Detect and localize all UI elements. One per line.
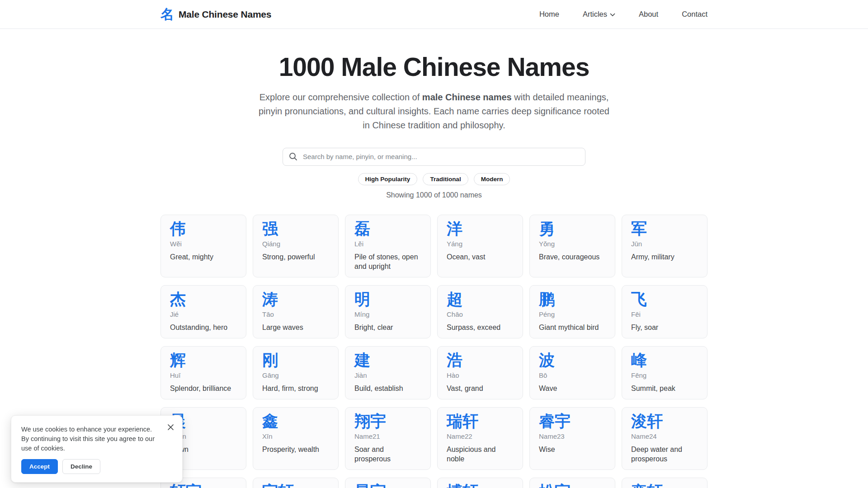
name-card[interactable]: 辉HuīSplendor, brilliance <box>160 346 246 399</box>
name-card[interactable]: 松宇 <box>529 478 615 488</box>
name-character: 明 <box>354 290 421 308</box>
name-card[interactable]: 强QiángStrong, powerful <box>253 215 339 277</box>
chevron-down-icon <box>610 13 615 17</box>
name-meaning: Great, mighty <box>170 252 237 262</box>
name-character: 磊 <box>354 220 421 238</box>
name-card[interactable]: 瑞轩Name22Auspicious and noble <box>437 407 523 470</box>
name-card[interactable]: 明MíngBright, clear <box>345 285 431 338</box>
name-pinyin: Xīn <box>262 432 329 441</box>
name-character: 睿宇 <box>539 412 606 430</box>
name-card[interactable]: 杰JiéOutstanding, hero <box>160 285 246 338</box>
name-meaning: Army, military <box>631 252 698 262</box>
name-character: 鹏 <box>539 290 606 308</box>
page-description: Explore our comprehensive collection of … <box>255 90 613 132</box>
name-meaning: Soar and prosperous <box>354 445 421 464</box>
filter-modern[interactable]: Modern <box>474 173 510 185</box>
name-card[interactable]: 鑫XīnProsperity, wealth <box>253 407 339 470</box>
filter-buttons: High PopularityTraditionalModern <box>0 173 868 185</box>
main-nav: HomeArticlesAboutContact <box>539 10 708 19</box>
search-input[interactable] <box>283 148 585 166</box>
name-card[interactable]: 磊LěiPile of stones, open and upright <box>345 215 431 277</box>
name-card[interactable]: 宇轩 <box>253 478 339 488</box>
name-card[interactable]: 博轩 <box>437 478 523 488</box>
name-character: 峰 <box>631 351 698 369</box>
name-character: 超 <box>447 290 514 308</box>
name-character: 浚轩 <box>631 412 698 430</box>
filter-high-popularity[interactable]: High Popularity <box>358 173 418 185</box>
name-character: 杰 <box>170 290 237 308</box>
name-card[interactable]: 刚GāngHard, firm, strong <box>253 346 339 399</box>
site-logo[interactable]: 名 Male Chinese Names <box>160 8 271 21</box>
name-meaning: Giant mythical bird <box>539 323 606 332</box>
name-character: 鑫 <box>262 412 329 430</box>
site-title: Male Chinese Names <box>179 9 271 20</box>
name-card[interactable]: 翔宇Name21Soar and prosperous <box>345 407 431 470</box>
name-pinyin: Yǒng <box>539 239 606 248</box>
name-character: 军 <box>631 220 698 238</box>
name-character: 伟 <box>170 220 237 238</box>
name-pinyin: Wěi <box>170 239 237 248</box>
name-card[interactable]: 涛TāoLarge waves <box>253 285 339 338</box>
name-card[interactable]: 睿宇Name23Wise <box>529 407 615 470</box>
nav-item-label: Contact <box>682 10 708 19</box>
nav-item-home[interactable]: Home <box>539 10 559 19</box>
name-card[interactable]: 勇YǒngBrave, courageous <box>529 215 615 277</box>
search-box <box>283 148 585 166</box>
filter-traditional[interactable]: Traditional <box>423 173 468 185</box>
cookie-message: We use cookies to enhance your experienc… <box>21 425 159 453</box>
name-card[interactable]: 波BōWave <box>529 346 615 399</box>
name-card[interactable]: 浩HàoVast, grand <box>437 346 523 399</box>
name-meaning: Wave <box>539 384 606 393</box>
nav-item-label: Home <box>539 10 559 19</box>
close-icon[interactable] <box>166 423 175 432</box>
name-meaning: Surpass, exceed <box>447 323 514 332</box>
nav-item-about[interactable]: About <box>639 10 658 19</box>
name-pinyin: Name21 <box>354 432 421 441</box>
name-meaning: Splendor, brilliance <box>170 384 237 393</box>
name-character: 博轩 <box>447 483 514 488</box>
name-card[interactable]: 伟WěiGreat, mighty <box>160 215 246 277</box>
decline-button[interactable]: Decline <box>62 459 100 474</box>
name-pinyin: Péng <box>539 310 606 319</box>
name-pinyin: Jié <box>170 310 237 319</box>
name-card[interactable]: 奕轩 <box>622 478 708 488</box>
name-character: 波 <box>539 351 606 369</box>
logo-name-character-icon: 名 <box>160 8 174 21</box>
nav-item-contact[interactable]: Contact <box>682 10 708 19</box>
name-card[interactable]: 飞FēiFly, soar <box>622 285 708 338</box>
name-character: 奕轩 <box>631 483 698 488</box>
name-pinyin: Chāo <box>447 310 514 319</box>
name-meaning: Wise <box>539 445 606 454</box>
name-card[interactable]: 超ChāoSurpass, exceed <box>437 285 523 338</box>
name-pinyin: Fēng <box>631 371 698 380</box>
description-text: Explore our comprehensive collection of <box>259 92 422 102</box>
accept-button[interactable]: Accept <box>21 459 58 474</box>
name-character: 建 <box>354 351 421 369</box>
cookie-actions: Accept Decline <box>21 459 172 474</box>
name-character: 飞 <box>631 290 698 308</box>
name-card[interactable]: 建JiànBuild, establish <box>345 346 431 399</box>
name-pinyin: Tāo <box>262 310 329 319</box>
name-meaning: Vast, grand <box>447 384 514 393</box>
name-meaning: Fly, soar <box>631 323 698 332</box>
name-pinyin: Huī <box>170 371 237 380</box>
site-header: 名 Male Chinese Names HomeArticlesAboutCo… <box>0 0 868 29</box>
name-card[interactable]: 洋YángOcean, vast <box>437 215 523 277</box>
name-meaning: Strong, powerful <box>262 252 329 262</box>
name-card[interactable]: 峰FēngSummit, peak <box>622 346 708 399</box>
results-count: Showing 1000 of 1000 names <box>0 191 868 199</box>
name-character: 辉 <box>170 351 237 369</box>
name-character: 勇 <box>539 220 606 238</box>
name-card[interactable]: 昊宇 <box>345 478 431 488</box>
name-card[interactable]: 军JūnArmy, military <box>622 215 708 277</box>
name-character: 宇轩 <box>262 483 329 488</box>
name-meaning: Auspicious and noble <box>447 445 514 464</box>
nav-item-articles[interactable]: Articles <box>583 10 615 19</box>
name-character: 翔宇 <box>354 412 421 430</box>
name-pinyin: Bō <box>539 371 606 380</box>
name-card[interactable]: 鹏PéngGiant mythical bird <box>529 285 615 338</box>
name-card[interactable]: 浚轩Name24Deep water and prosperous <box>622 407 708 470</box>
name-character: 洋 <box>447 220 514 238</box>
name-meaning: Ocean, vast <box>447 252 514 262</box>
name-meaning: Deep water and prosperous <box>631 445 698 464</box>
